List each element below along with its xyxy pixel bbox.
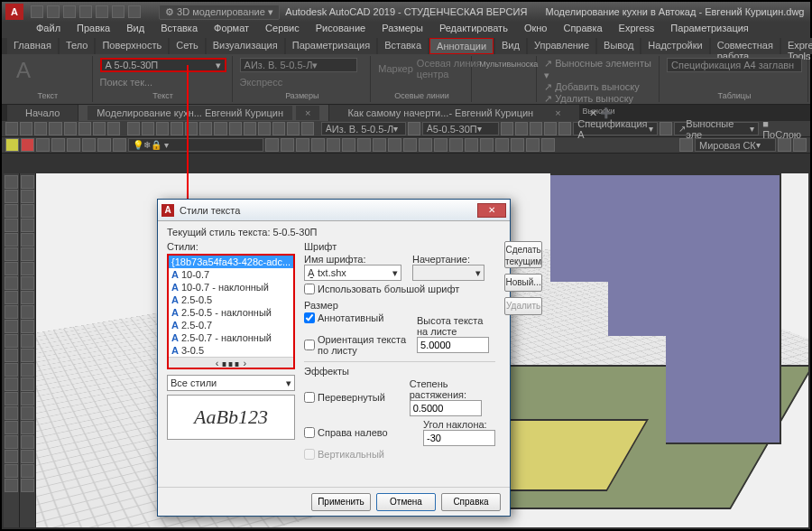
- qat-btn[interactable]: [79, 5, 92, 18]
- menu-item[interactable]: Сервис: [258, 22, 307, 38]
- tool-btn[interactable]: [5, 479, 18, 492]
- tool-btn[interactable]: [5, 435, 18, 449]
- tool-btn[interactable]: [21, 334, 34, 348]
- tool-btn[interactable]: [5, 305, 18, 319]
- tool-btn[interactable]: [93, 122, 106, 135]
- ribbon-tab-annotations[interactable]: Аннотации: [429, 38, 494, 54]
- filter-combo[interactable]: Все стили▾: [167, 375, 295, 391]
- angle-input[interactable]: [423, 430, 495, 446]
- combo[interactable]: ↗ Выносные эле ▾: [674, 122, 759, 135]
- tool-btn[interactable]: [544, 122, 557, 135]
- tool-btn[interactable]: [21, 392, 34, 405]
- height-input[interactable]: [417, 337, 489, 353]
- annotative-checkbox[interactable]: Аннотативный: [304, 312, 406, 323]
- styles-listbox[interactable]: {18b73a54fa43-428c-adc... A10-0.7 A10-0.…: [167, 254, 295, 369]
- tool-btn[interactable]: [311, 138, 325, 152]
- tool-btn[interactable]: [501, 122, 513, 135]
- tool-btn[interactable]: [21, 320, 34, 333]
- ribbon-tab[interactable]: Параметризация: [286, 38, 376, 54]
- tool-btn[interactable]: [660, 122, 672, 135]
- tool-btn[interactable]: [21, 435, 34, 449]
- text-style-combo[interactable]: A 5-0.5-30П▾: [100, 58, 226, 72]
- set-current-button[interactable]: Сделать текущим: [504, 241, 542, 268]
- layer-combo[interactable]: 💡❄🔒 ▾: [128, 138, 263, 152]
- tool-btn[interactable]: [5, 450, 18, 463]
- tool-btn[interactable]: [21, 262, 34, 275]
- combo[interactable]: A Из. В. 5-0.5-Л ▾: [321, 122, 406, 135]
- tool-btn[interactable]: [21, 363, 34, 377]
- ribbon-tab[interactable]: Вставка: [378, 38, 428, 54]
- new-button[interactable]: Новый...: [504, 274, 542, 292]
- qat-btn[interactable]: [128, 5, 141, 18]
- tool-btn[interactable]: [244, 122, 256, 135]
- tool-btn[interactable]: [5, 392, 18, 405]
- rtl-checkbox[interactable]: Справа налево: [304, 427, 412, 438]
- ribbon-tab[interactable]: Express Tools: [781, 38, 812, 54]
- menu-item[interactable]: Вставка: [153, 22, 205, 38]
- doc-tab[interactable]: Начало: [7, 105, 78, 121]
- tool-btn[interactable]: [408, 122, 420, 135]
- tool-btn[interactable]: [5, 276, 18, 290]
- flip-checkbox[interactable]: Перевернутый: [304, 392, 399, 403]
- tool-btn[interactable]: [21, 219, 34, 232]
- tool-btn[interactable]: [51, 138, 65, 152]
- cancel-button[interactable]: Отмена: [376, 493, 436, 511]
- vertical-checkbox[interactable]: Вертикальный: [304, 449, 384, 460]
- tool-btn[interactable]: [342, 138, 355, 152]
- tool-btn[interactable]: [5, 204, 18, 218]
- tool-btn[interactable]: [67, 138, 80, 152]
- leaders-combo[interactable]: ↗ Выносные элементы ▾: [544, 58, 653, 81]
- ratio-input[interactable]: [410, 400, 482, 416]
- tool-btn[interactable]: [36, 138, 50, 152]
- menu-item[interactable]: Правка: [69, 22, 117, 38]
- doc-tab[interactable]: Как самому начерти...- Евгений Курицин×: [329, 105, 578, 121]
- menu-item[interactable]: Рисование: [309, 22, 373, 38]
- table-style-combo[interactable]: Спецификация А4 заглавн: [667, 58, 802, 72]
- close-icon[interactable]: ×: [296, 106, 319, 120]
- axis-btn[interactable]: Осевая линия центра: [417, 58, 482, 79]
- menu-item[interactable]: Вид: [119, 22, 152, 38]
- qat-btn[interactable]: [47, 5, 60, 18]
- tool-btn[interactable]: [530, 122, 542, 135]
- dialog-titlebar[interactable]: A Стили текста ✕: [158, 200, 510, 221]
- tool-btn[interactable]: [419, 138, 432, 152]
- tool-btn[interactable]: [515, 122, 528, 135]
- tool-btn[interactable]: [107, 122, 120, 135]
- tool-btn[interactable]: [434, 138, 448, 152]
- tool-btn[interactable]: [388, 138, 401, 152]
- list-item[interactable]: A10-0.7 - наклонный: [169, 281, 293, 293]
- tool-btn[interactable]: [265, 138, 279, 152]
- ribbon-tab[interactable]: Надстройки: [641, 38, 708, 54]
- tool-btn[interactable]: [5, 421, 18, 434]
- menu-item[interactable]: Параметризация: [663, 22, 755, 38]
- tool-btn[interactable]: [258, 122, 271, 135]
- tool-btn[interactable]: [49, 122, 61, 135]
- ribbon-tab[interactable]: Визуализация: [207, 38, 284, 54]
- tool-btn[interactable]: [5, 320, 18, 333]
- ribbon-tab[interactable]: Совместная работа: [711, 38, 780, 54]
- qat-btn[interactable]: [112, 5, 125, 18]
- mtext-icon[interactable]: A: [9, 58, 38, 83]
- font-name-combo[interactable]: A̱ txt.shx▾: [304, 265, 401, 281]
- tool-btn[interactable]: [541, 138, 555, 152]
- tool-btn[interactable]: [5, 406, 18, 420]
- tool-btn[interactable]: [301, 122, 314, 135]
- close-icon[interactable]: ×: [546, 106, 569, 120]
- tool-btn[interactable]: [558, 122, 571, 135]
- tool-btn[interactable]: [21, 204, 34, 218]
- dim-style-combo[interactable]: A Из. В. 5-0.5-Л ▾: [240, 58, 357, 72]
- tool-btn[interactable]: [5, 138, 19, 152]
- tool-btn[interactable]: [272, 122, 285, 135]
- ribbon-tab[interactable]: Поверхность: [96, 38, 168, 54]
- tool-btn[interactable]: [21, 291, 34, 304]
- ribbon-tab[interactable]: Вывод: [597, 38, 640, 54]
- tool-btn[interactable]: [5, 175, 18, 189]
- tool-btn[interactable]: [21, 406, 34, 420]
- tool-btn[interactable]: [5, 219, 18, 232]
- qat-btn[interactable]: [31, 5, 43, 18]
- orient-checkbox[interactable]: Ориентация текста по листу: [304, 334, 406, 356]
- express-btn[interactable]: Экспресс: [240, 77, 283, 88]
- tool-btn[interactable]: [156, 122, 169, 135]
- tool-btn[interactable]: [229, 122, 242, 135]
- list-item[interactable]: A10-0.7: [169, 268, 293, 281]
